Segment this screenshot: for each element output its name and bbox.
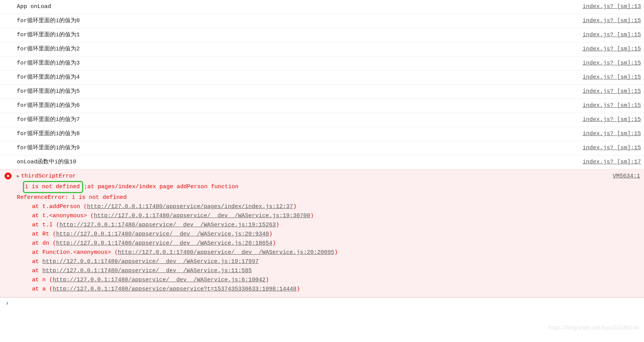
error-content: ▶ thirdScriptError i is not defined;at p… [3,172,641,294]
stack-url-link[interactable]: http://127.0.0.1:17480/appservice/__dev_… [94,213,310,219]
stack-frame: at http://127.0.0.1:17480/appservice/__d… [32,266,641,276]
stack-url-link[interactable]: http://127.0.0.1:17480/appservice/__dev_… [53,277,266,283]
stack-frame: at Function.<anonymous> (http://127.0.0.… [32,248,641,257]
stack-url-link[interactable]: http://127.0.0.1:17480/appservice/__dev_… [42,258,259,265]
stack-suffix: ) [310,213,314,219]
stack-prefix: at t.addPerson ( [32,203,87,210]
log-source-link[interactable]: index.js? [sm]:15 [583,129,641,139]
log-source-link[interactable]: index.js? [sm]:13 [583,2,641,11]
log-source-link[interactable]: index.js? [sm]:15 [583,73,641,82]
log-message: App onLoad [17,2,51,11]
log-source-link[interactable]: index.js? [sm]:15 [583,59,641,68]
stack-suffix: ) [334,249,338,256]
console-panel: App onLoadindex.js? [sm]:13for循环里面的i的值为0… [0,0,644,309]
error-highlight-box: i is not defined [23,181,83,193]
log-message: for循环里面的i的值为2 [17,45,80,54]
console-log-row: for循环里面的i的值为7index.js? [sm]:15 [0,113,644,127]
log-message: for循环里面的i的值为1 [17,31,80,40]
log-source-link[interactable]: index.js? [sm]:15 [583,45,641,54]
stack-url-link[interactable]: http://127.0.0.1:17480/appservice/__dev_… [56,231,269,237]
stack-prefix: at [32,268,42,274]
stack-suffix: ) [296,286,300,292]
error-reference-line: ReferenceError: i is not defined [17,193,641,202]
log-source-link[interactable]: index.js? [sm]:15 [583,101,641,110]
console-log-row: for循环里面的i的值为5index.js? [sm]:15 [0,84,644,98]
console-log-row: for循环里面的i的值为6index.js? [sm]:15 [0,98,644,113]
log-source-link[interactable]: index.js? [sm]:15 [583,115,641,124]
stack-prefix: at a ( [32,286,53,292]
stack-frame: at a (http://127.0.0.1:17480/appservice/… [32,285,641,294]
console-log-row: for循环里面的i的值为4index.js? [sm]:15 [0,70,644,84]
stack-prefix: at t.l ( [32,222,60,228]
stack-suffix: ) [266,277,269,283]
console-error-entry: VM5634:1 ▶ thirdScriptError i is not def… [0,169,644,297]
log-source-link[interactable]: index.js? [sm]:15 [583,87,641,96]
stack-prefix: at n ( [32,277,53,283]
log-source-link[interactable]: index.js? [sm]:15 [583,16,641,26]
log-message: for循环里面的i的值为3 [17,59,80,68]
log-source-link[interactable]: index.js? [sm]:17 [583,158,641,167]
log-message: for循环里面的i的值为9 [17,144,80,153]
log-message: for循环里面的i的值为8 [17,129,80,139]
log-message: onLoad函数中i的值10 [17,158,76,167]
console-log-row: for循环里面的i的值为2index.js? [sm]:15 [0,42,644,56]
stack-suffix: ) [269,231,272,237]
stack-prefix: at [32,258,42,265]
chevron-right-icon: › [5,300,9,307]
stack-frame: at Rt (http://127.0.0.1:17480/appservice… [32,230,641,239]
log-message: for循环里面的i的值为7 [17,115,80,124]
log-message: for循环里面的i的值为5 [17,87,80,96]
stack-suffix: ) [276,222,279,228]
stack-frame: at t.addPerson (http://127.0.0.1:17480/a… [32,202,641,211]
stack-prefix: at t.<anonymous> ( [32,213,94,219]
stack-frame: at n (http://127.0.0.1:17480/appservice/… [32,276,641,285]
error-icon [5,173,11,179]
console-log-row: onLoad函数中i的值10index.js? [sm]:17 [0,155,644,169]
stack-frame: at http://127.0.0.1:17480/appservice/__d… [32,257,641,266]
stack-frame: at t.<anonymous> (http://127.0.0.1:17480… [32,211,641,221]
stack-suffix: ) [293,203,296,210]
stack-frame: at dn (http://127.0.0.1:17480/appservice… [32,239,641,248]
stack-trace: at t.addPerson (http://127.0.0.1:17480/a… [17,202,641,294]
error-context: ;at pages/index/index page addPerson fun… [84,184,238,190]
error-source-link[interactable]: VM5634:1 [613,172,640,181]
disclosure-triangle-icon[interactable]: ▶ [17,172,19,181]
log-message: for循环里面的i的值为4 [17,73,80,82]
stack-prefix: at Rt ( [32,231,56,237]
stack-url-link[interactable]: http://127.0.0.1:17480/appservice/__dev_… [60,222,276,228]
stack-suffix: ) [272,240,276,247]
stack-url-link[interactable]: http://127.0.0.1:17480/appservice/__dev_… [42,268,252,274]
stack-url-link[interactable]: http://127.0.0.1:17480/appservice/pages/… [87,203,293,210]
stack-url-link[interactable]: http://127.0.0.1:17480/appservice/appser… [53,286,296,292]
log-source-link[interactable]: index.js? [sm]:15 [583,144,641,153]
stack-prefix: at dn ( [32,240,56,247]
console-prompt[interactable]: › [0,297,644,309]
console-log-row: for循环里面的i的值为1index.js? [sm]:15 [0,28,644,42]
stack-prefix: at Function.<anonymous> ( [32,249,118,256]
stack-frame: at t.l (http://127.0.0.1:17480/appservic… [32,221,641,230]
log-source-link[interactable]: index.js? [sm]:15 [583,31,641,40]
console-log-row: for循环里面的i的值为3index.js? [sm]:15 [0,56,644,70]
console-log-row: for循环里面的i的值为8index.js? [sm]:15 [0,127,644,141]
console-log-list: App onLoadindex.js? [sm]:13for循环里面的i的值为0… [0,0,644,169]
stack-url-link[interactable]: http://127.0.0.1:17480/appservice/__dev_… [118,249,334,256]
log-message: for循环里面的i的值为0 [17,16,80,26]
log-message: for循环里面的i的值为6 [17,101,80,110]
error-title: thirdScriptError [21,172,76,181]
console-log-row: App onLoadindex.js? [sm]:13 [0,0,644,14]
stack-url-link[interactable]: http://127.0.0.1:17480/appservice/__dev_… [56,240,272,247]
console-log-row: for循环里面的i的值为9index.js? [sm]:15 [0,141,644,155]
console-log-row: for循环里面的i的值为0index.js? [sm]:15 [0,14,644,28]
